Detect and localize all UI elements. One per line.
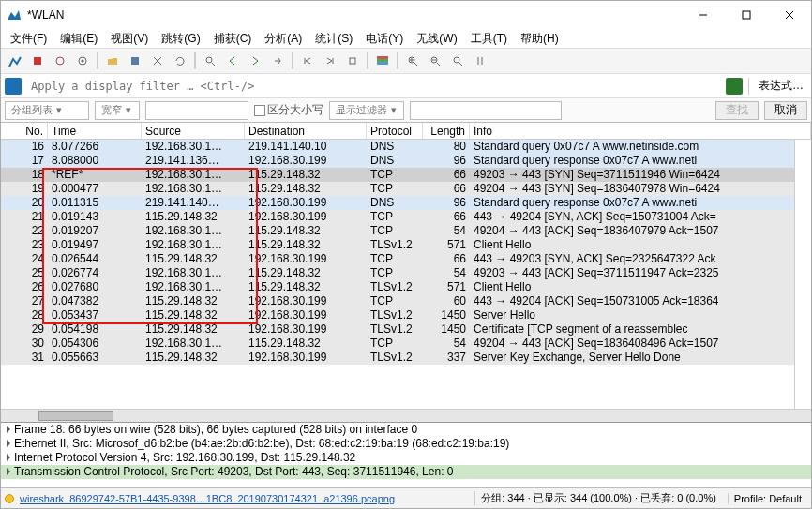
menu-wireless[interactable]: 无线(W) — [411, 29, 462, 49]
col-length[interactable]: Length — [423, 123, 470, 139]
expand-icon[interactable] — [7, 468, 10, 475]
svg-rect-14 — [377, 56, 388, 59]
packet-row[interactable]: 240.026544115.29.148.32192.168.30.199TCP… — [1, 252, 811, 266]
expand-icon[interactable] — [7, 440, 10, 447]
search-charset-dropdown[interactable]: 宽窄▾ — [95, 101, 140, 120]
titlebar: *WLAN — [1, 1, 811, 29]
packet-details-pane[interactable]: Frame 18: 66 bytes on wire (528 bits), 6… — [1, 422, 811, 487]
menu-file[interactable]: 文件(F) — [5, 29, 53, 49]
packet-stats: 分组: 344 · 已显示: 344 (100.0%) · 已丢弃: 0 (0.… — [474, 491, 722, 505]
menu-edit[interactable]: 编辑(E) — [54, 29, 103, 49]
start-capture-icon[interactable] — [5, 51, 25, 71]
packet-row[interactable]: 220.019207192.168.30.1…115.29.148.32TCP5… — [1, 224, 811, 238]
expert-info-icon[interactable] — [5, 494, 14, 503]
packet-row[interactable]: 310.055663115.29.148.32192.168.30.199TLS… — [1, 351, 811, 365]
filter-bookmark-icon[interactable] — [5, 78, 22, 95]
packet-row[interactable]: 200.011315219.141.140…192.168.30.199DNS9… — [1, 196, 811, 210]
chevron-down-icon: ▾ — [126, 104, 131, 116]
col-no[interactable]: No. — [1, 123, 48, 139]
svg-point-7 — [82, 60, 84, 63]
packet-row[interactable]: 270.047382115.29.148.32192.168.30.199TCP… — [1, 294, 811, 308]
svg-line-25 — [459, 63, 462, 66]
go-to-icon[interactable] — [267, 51, 288, 71]
case-sensitive-checkbox[interactable]: 区分大小写 — [254, 102, 323, 118]
close-file-icon[interactable] — [147, 51, 168, 71]
svg-rect-15 — [377, 59, 388, 62]
tree-item: Internet Protocol Version 4, Src: 192.16… — [1, 451, 811, 465]
col-source[interactable]: Source — [142, 123, 245, 139]
search-input[interactable] — [145, 101, 248, 120]
go-back-icon[interactable] — [222, 51, 243, 71]
col-protocol[interactable]: Protocol — [367, 123, 423, 139]
find-bar: 分组列表▾ 宽窄▾ 区分大小写 显示过滤器▾ 查找 取消 — [1, 98, 811, 123]
packet-row[interactable]: 210.019143115.29.148.32192.168.30.199TCP… — [1, 210, 811, 224]
close-button[interactable] — [768, 1, 811, 29]
colorize-icon[interactable] — [372, 51, 393, 71]
hscrollbar[interactable] — [1, 409, 811, 422]
packet-row[interactable]: 260.027680192.168.30.1…115.29.148.32TLSv… — [1, 280, 811, 294]
svg-point-5 — [56, 57, 64, 65]
menu-tools[interactable]: 工具(T) — [465, 29, 513, 49]
expand-icon[interactable] — [7, 426, 10, 433]
maximize-button[interactable] — [725, 1, 768, 29]
menu-help[interactable]: 帮助(H) — [515, 29, 564, 49]
packet-row[interactable]: 18*REF*192.168.30.1…115.29.148.32TCP6649… — [1, 168, 811, 182]
search-value-input[interactable] — [410, 101, 562, 120]
packet-row[interactable]: 280.053437115.29.148.32192.168.30.199TLS… — [1, 308, 811, 322]
packet-row[interactable]: 178.088000219.141.136…192.168.30.199DNS9… — [1, 154, 811, 168]
last-icon[interactable] — [320, 51, 340, 71]
zoom-reset-icon[interactable] — [447, 51, 468, 71]
packet-row[interactable]: 250.026774192.168.30.1…115.29.148.32TCP5… — [1, 266, 811, 280]
zoom-in-icon[interactable] — [402, 51, 423, 71]
packet-list-header: No. Time Source Destination Protocol Len… — [1, 123, 811, 140]
svg-rect-1 — [743, 11, 750, 19]
minimize-button[interactable] — [682, 1, 725, 29]
find-button[interactable]: 查找 — [715, 101, 759, 120]
find-icon[interactable] — [200, 51, 220, 71]
window-title: *WLAN — [27, 8, 682, 22]
packet-row[interactable]: 190.000477192.168.30.1…115.29.148.32TCP6… — [1, 182, 811, 196]
col-destination[interactable]: Destination — [245, 123, 367, 139]
app-window: *WLAN 文件(F) 编辑(E) 视图(V) 跳转(G) 捕获(C) 分析(A… — [0, 0, 812, 509]
search-scope-dropdown[interactable]: 分组列表▾ — [5, 101, 89, 120]
col-time[interactable]: Time — [48, 123, 142, 139]
svg-rect-8 — [131, 57, 139, 65]
col-info[interactable]: Info — [470, 123, 811, 139]
save-file-icon[interactable] — [125, 51, 145, 71]
packet-row[interactable]: 300.054306192.168.30.1…115.29.148.32TCP5… — [1, 337, 811, 351]
wireshark-icon — [7, 7, 22, 22]
autoscroll-icon[interactable] — [342, 51, 363, 71]
apply-filter-icon[interactable] — [726, 78, 743, 95]
go-fwd-icon[interactable] — [245, 51, 265, 71]
svg-rect-4 — [34, 57, 41, 65]
svg-point-11 — [206, 57, 212, 63]
open-file-icon[interactable] — [102, 51, 123, 71]
menu-capture[interactable]: 捕获(C) — [208, 29, 258, 49]
packet-row[interactable]: 230.019497192.168.30.1…115.29.148.32TLSv… — [1, 238, 811, 252]
capture-file-link[interactable]: wireshark_86929742-57B1-4435-9398…1BC8_2… — [20, 493, 395, 504]
packet-row[interactable]: 168.077266192.168.30.1…219.141.140.10DNS… — [1, 140, 811, 154]
resize-cols-icon[interactable] — [470, 51, 490, 71]
packet-list-body[interactable]: 168.077266192.168.30.1…219.141.140.10DNS… — [1, 140, 811, 409]
packet-minimap[interactable] — [794, 140, 811, 409]
filter-expression-button[interactable]: 表达式… — [755, 78, 807, 94]
menu-analyze[interactable]: 分析(A) — [259, 29, 308, 49]
reload-icon[interactable] — [170, 51, 190, 71]
menu-statistics[interactable]: 统计(S) — [309, 29, 358, 49]
packet-row[interactable]: 290.054198115.29.148.32192.168.30.199TLS… — [1, 322, 811, 337]
restart-capture-icon[interactable] — [50, 51, 70, 71]
capture-options-icon[interactable] — [72, 51, 93, 71]
svg-point-24 — [454, 57, 459, 63]
stop-capture-icon[interactable] — [27, 51, 48, 71]
first-icon[interactable] — [297, 51, 318, 71]
menu-go[interactable]: 跳转(G) — [156, 29, 205, 49]
search-filter-dropdown[interactable]: 显示过滤器▾ — [329, 101, 404, 120]
chevron-down-icon: ▾ — [391, 104, 397, 116]
cancel-find-button[interactable]: 取消 — [764, 101, 807, 120]
zoom-out-icon[interactable] — [425, 51, 445, 71]
profile-label[interactable]: Profile: Default — [728, 493, 807, 504]
menu-telephony[interactable]: 电话(Y) — [360, 29, 409, 49]
menu-view[interactable]: 视图(V) — [105, 29, 154, 49]
display-filter-input[interactable] — [27, 77, 720, 96]
expand-icon[interactable] — [7, 454, 10, 461]
